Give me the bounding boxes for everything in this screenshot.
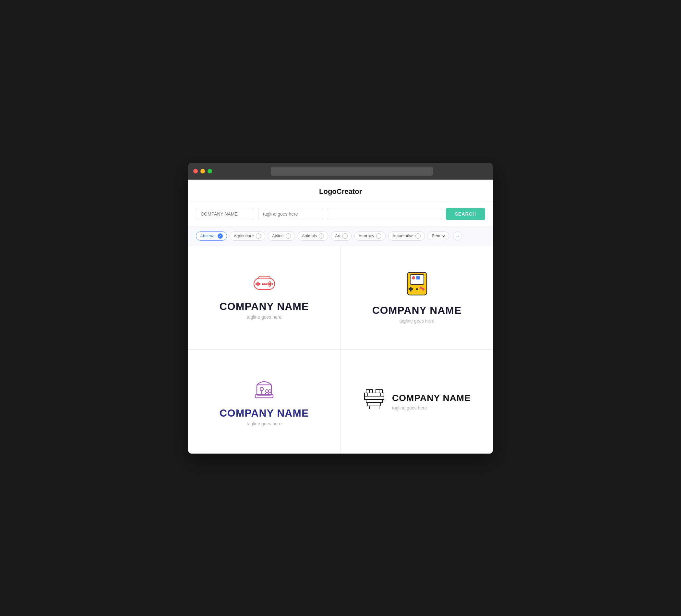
svg-point-16 xyxy=(422,288,425,290)
browser-content: LogoCreator SEARCH Abstract ✓ Agricultur… xyxy=(188,180,493,454)
svg-rect-29 xyxy=(379,390,382,393)
tagline-input[interactable] xyxy=(258,208,323,220)
svg-rect-7 xyxy=(262,283,264,285)
svg-rect-2 xyxy=(256,283,260,285)
filter-airline[interactable]: Airline xyxy=(268,231,295,240)
svg-rect-30 xyxy=(364,393,368,396)
logo-2-company-name: COMPANY NAME xyxy=(372,304,462,316)
pixel-heart-icon xyxy=(363,386,385,409)
filter-next-button[interactable]: → xyxy=(453,231,462,240)
browser-titlebar xyxy=(188,163,493,180)
filter-abstract-check: ✓ xyxy=(218,233,223,239)
svg-point-5 xyxy=(267,283,269,285)
arcade-icon xyxy=(252,377,276,400)
filter-beauty[interactable]: Beauty xyxy=(427,231,449,240)
svg-rect-28 xyxy=(376,390,379,393)
search-bar: SEARCH xyxy=(188,201,493,227)
svg-rect-14 xyxy=(409,288,413,290)
logo-2-tagline: tagline goes here xyxy=(400,318,434,324)
filter-animals-label: Animals xyxy=(302,233,317,238)
filter-agriculture-check xyxy=(256,233,261,239)
filter-attorney-check xyxy=(376,233,381,239)
filter-automotive[interactable]: Automotive xyxy=(388,231,425,240)
logo-4-company-name: COMPANY NAME xyxy=(392,393,471,403)
svg-rect-27 xyxy=(369,390,373,393)
logo-3-company-name: COMPANY NAME xyxy=(220,407,309,419)
svg-point-3 xyxy=(269,282,271,284)
logo-1-tagline: tagline goes here xyxy=(247,314,281,320)
filter-attorney[interactable]: Attorney xyxy=(354,231,385,240)
filter-animals-check xyxy=(319,233,324,239)
handheld-console-icon xyxy=(406,271,428,297)
filter-automotive-label: Automotive xyxy=(393,233,413,238)
svg-point-11 xyxy=(412,276,415,280)
company-name-input[interactable] xyxy=(196,208,254,220)
filter-attorney-label: Attorney xyxy=(359,233,374,238)
gamepad-icon xyxy=(251,275,277,293)
svg-rect-33 xyxy=(364,396,384,400)
svg-rect-35 xyxy=(368,403,381,406)
svg-point-4 xyxy=(271,283,273,285)
svg-rect-1 xyxy=(257,282,259,286)
logo-card-1[interactable]: COMPANY NAME tagline goes here xyxy=(188,246,340,349)
filter-automotive-check xyxy=(415,233,421,239)
filter-art-check xyxy=(343,233,348,239)
logo-4-tagline: tagline goes here xyxy=(392,405,471,410)
filter-abstract[interactable]: Abstract ✓ xyxy=(196,231,227,240)
logo-card-3[interactable]: COMPANY NAME tagline goes here xyxy=(188,350,340,454)
svg-point-6 xyxy=(269,284,271,286)
svg-point-15 xyxy=(420,287,422,289)
svg-rect-34 xyxy=(366,400,382,403)
logo-3-tagline: tagline goes here xyxy=(247,421,281,426)
svg-point-23 xyxy=(269,390,271,392)
svg-rect-8 xyxy=(264,283,266,285)
search-button[interactable]: SEARCH xyxy=(446,208,485,220)
filter-abstract-label: Abstract xyxy=(200,233,216,238)
keyword-input[interactable] xyxy=(327,208,442,220)
traffic-lights xyxy=(193,169,212,174)
address-bar[interactable] xyxy=(271,166,433,176)
filter-animals[interactable]: Animals xyxy=(298,231,328,240)
logo-grid: COMPANY NAME tagline goes here xyxy=(188,246,493,454)
close-button[interactable] xyxy=(193,169,198,174)
filter-art[interactable]: Art xyxy=(331,231,352,240)
maximize-button[interactable] xyxy=(207,169,212,174)
filter-agriculture[interactable]: Agriculture xyxy=(230,231,265,240)
filter-art-label: Art xyxy=(335,233,340,238)
filter-airline-check xyxy=(286,233,291,239)
svg-rect-36 xyxy=(369,406,379,409)
app-header: LogoCreator xyxy=(188,180,493,201)
minimize-button[interactable] xyxy=(200,169,205,174)
filter-beauty-label: Beauty xyxy=(432,233,445,238)
svg-point-22 xyxy=(266,390,268,392)
logo-4-text: COMPANY NAME tagline goes here xyxy=(392,393,471,410)
app-title: LogoCreator xyxy=(319,187,362,196)
svg-rect-26 xyxy=(366,390,369,393)
logo-card-4[interactable]: COMPANY NAME tagline goes here xyxy=(341,350,493,454)
logo-1-company-name: COMPANY NAME xyxy=(220,301,309,312)
svg-rect-12 xyxy=(417,276,420,280)
svg-rect-31 xyxy=(368,393,381,396)
filter-bar: Abstract ✓ Agriculture Airline Animals A… xyxy=(188,227,493,246)
browser-window: LogoCreator SEARCH Abstract ✓ Agricultur… xyxy=(188,163,493,454)
svg-rect-32 xyxy=(381,393,384,396)
filter-agriculture-label: Agriculture xyxy=(234,233,254,238)
filter-airline-label: Airline xyxy=(272,233,284,238)
logo-card-2[interactable]: COMPANY NAME tagline goes here xyxy=(341,246,493,349)
svg-point-17 xyxy=(416,288,418,290)
